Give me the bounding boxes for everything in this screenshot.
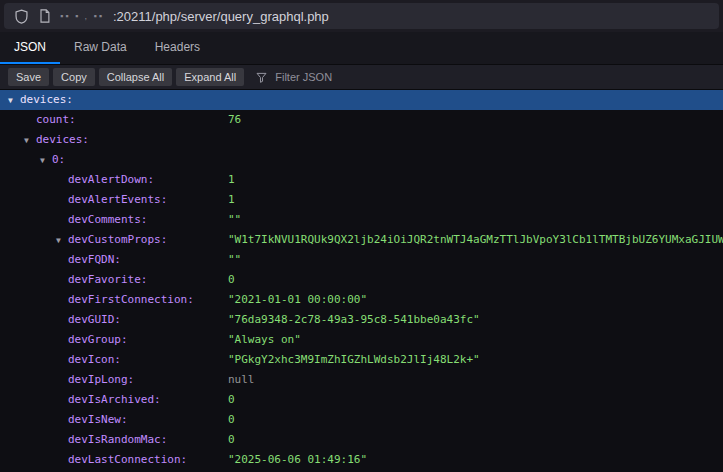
json-row-0[interactable]: ▼0: (0, 150, 723, 170)
page-icon[interactable] (38, 9, 51, 23)
json-key: devLastConnection: (68, 453, 187, 466)
json-value: "PGkgY2xhc3M9ImZhIGZhLWdsb2JlIj48L2k+" (228, 350, 480, 370)
shield-icon[interactable] (14, 9, 29, 24)
twisty-icon[interactable]: ▼ (56, 231, 68, 250)
json-value: 0 (228, 270, 235, 290)
json-key: devCustomProps: (68, 233, 167, 246)
json-key: 0: (52, 153, 65, 166)
json-key: devAlertEvents: (68, 193, 167, 206)
json-key: devices: (36, 133, 89, 146)
json-key: devIsNew: (68, 413, 128, 426)
toolbar-buttons: SaveCopyCollapse AllExpand All (8, 68, 244, 86)
json-row-devGroup[interactable]: devGroup:"Always on" (0, 330, 723, 350)
json-row-devAlertDown[interactable]: devAlertDown:1 (0, 170, 723, 190)
url-bar[interactable]: ▪▪ ▪ , ▪▪ :20211/php/server/query_graphq… (4, 3, 719, 29)
json-key: devComments: (68, 213, 147, 226)
json-key: devGroup: (68, 333, 128, 346)
json-value: null (228, 370, 255, 390)
tab-headers[interactable]: Headers (141, 32, 214, 64)
funnel-icon (256, 72, 267, 83)
tab-bar: JSONRaw DataHeaders (0, 32, 723, 65)
json-row-devIcon[interactable]: devIcon:"PGkgY2xhc3M9ImZhIGZhLWdsb2JlIj4… (0, 350, 723, 370)
json-value: "76da9348-2c78-49a3-95c8-541bbe0a43fc" (228, 310, 480, 330)
json-row-devIsArchived[interactable]: devIsArchived:0 (0, 390, 723, 410)
json-value: 0 (228, 410, 235, 430)
json-row-devAlertEvents[interactable]: devAlertEvents:1 (0, 190, 723, 210)
json-value: 76 (228, 110, 241, 130)
json-value: "" (228, 210, 241, 230)
json-key: devIsArchived: (68, 393, 161, 406)
json-key: devFQDN: (68, 253, 121, 266)
json-row-devFQDN[interactable]: devFQDN:"" (0, 250, 723, 270)
tab-json[interactable]: JSON (0, 32, 60, 64)
json-row-devLastConnection[interactable]: devLastConnection:"2025-06-06 01:49:16" (0, 450, 723, 470)
json-value: 1 (228, 190, 235, 210)
json-row-devices[interactable]: ▼devices: (0, 90, 723, 110)
url-text[interactable]: :20211/php/server/query_graphql.php (113, 9, 329, 24)
json-row-count[interactable]: count:76 (0, 110, 723, 130)
json-key: devAlertDown: (68, 173, 154, 186)
save-button[interactable]: Save (8, 68, 49, 86)
twisty-icon[interactable]: ▼ (8, 91, 20, 110)
json-value: "2025-06-06 01:49:16" (228, 450, 367, 470)
json-value: 0 (228, 390, 235, 410)
tab-raw-data[interactable]: Raw Data (60, 32, 141, 64)
collapse-all-button[interactable]: Collapse All (99, 68, 172, 86)
json-value: "Always on" (228, 330, 301, 350)
json-key: devIsRandomMac: (68, 433, 167, 446)
json-value: "2021-01-01 00:00:00" (228, 290, 367, 310)
json-row-devFirstConnection[interactable]: devFirstConnection:"2021-01-01 00:00:00" (0, 290, 723, 310)
redacted-host: ▪▪ ▪ , ▪▪ (60, 11, 104, 21)
json-row-devCustomProps[interactable]: ▼devCustomProps:"W1t7IkNVU1RQUk9QX2ljb24… (0, 230, 723, 250)
json-value: 1 (228, 170, 235, 190)
json-row-devIpLong[interactable]: devIpLong:null (0, 370, 723, 390)
json-key: count: (36, 113, 76, 126)
json-tree: ▼devices:count:76▼devices:▼0:devAlertDow… (0, 90, 723, 472)
json-row-devIsRandomMac[interactable]: devIsRandomMac:0 (0, 430, 723, 450)
filter-json-input[interactable] (273, 70, 443, 84)
json-row-devComments[interactable]: devComments:"" (0, 210, 723, 230)
json-key: devices: (20, 93, 73, 106)
json-key: devIcon: (68, 353, 121, 366)
json-toolbar: SaveCopyCollapse AllExpand All (0, 65, 723, 90)
json-key: devFavorite: (68, 273, 147, 286)
copy-button[interactable]: Copy (53, 68, 95, 86)
json-value: "" (228, 250, 241, 270)
json-value: 0 (228, 430, 235, 450)
json-value: "W1t7IkNVU1RQUk9QX2ljb24iOiJQR2tnWTJ4aGM… (228, 230, 723, 250)
json-key: devGUID: (68, 313, 121, 326)
json-row-devGUID[interactable]: devGUID:"76da9348-2c78-49a3-95c8-541bbe0… (0, 310, 723, 330)
browser-chrome: ▪▪ ▪ , ▪▪ :20211/php/server/query_graphq… (0, 0, 723, 32)
json-row-devices[interactable]: ▼devices: (0, 130, 723, 150)
expand-all-button[interactable]: Expand All (176, 68, 244, 86)
json-key: devFirstConnection: (68, 293, 194, 306)
twisty-icon[interactable]: ▼ (40, 151, 52, 170)
filter-box (256, 70, 443, 84)
twisty-icon[interactable]: ▼ (24, 131, 36, 150)
json-row-devIsNew[interactable]: devIsNew:0 (0, 410, 723, 430)
json-row-devFavorite[interactable]: devFavorite:0 (0, 270, 723, 290)
json-key: devIpLong: (68, 373, 134, 386)
